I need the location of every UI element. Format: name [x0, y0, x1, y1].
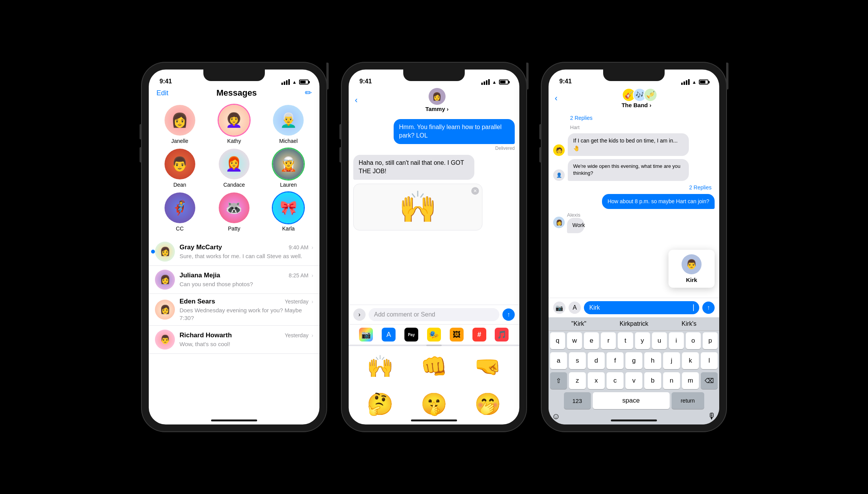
power-btn[interactable]	[326, 63, 329, 90]
kirk-input-field[interactable]: Kirk	[584, 301, 699, 314]
message-input-2[interactable]: Add comment or Send	[369, 308, 499, 321]
key-v[interactable]: v	[625, 372, 642, 389]
contact-dean[interactable]: 👨 Dean	[155, 149, 205, 188]
apps-button-3[interactable]: A	[569, 302, 581, 314]
hashtag-icon[interactable]: #	[472, 328, 486, 341]
key-x[interactable]: x	[588, 372, 605, 389]
contact-patty[interactable]: 🦝 Patty	[209, 192, 259, 232]
key-w[interactable]: w	[567, 332, 582, 349]
key-q[interactable]: q	[550, 332, 565, 349]
expand-button-2[interactable]: ›	[353, 308, 366, 321]
volume-up-btn-2[interactable]	[339, 124, 342, 139]
contact-janelle[interactable]: 👩 Janelle	[155, 105, 205, 144]
contact-lauren[interactable]: 🧝 Lauren	[264, 149, 313, 188]
edit-button[interactable]: Edit	[156, 89, 168, 97]
appstore-icon[interactable]: A	[382, 328, 396, 341]
signal-icon-3	[681, 79, 690, 85]
contact-karla[interactable]: 🎀 Karla	[264, 192, 313, 232]
key-b[interactable]: b	[644, 372, 661, 389]
memoji-sticker-5[interactable]: 🤫	[409, 387, 459, 421]
key-i[interactable]: i	[669, 332, 684, 349]
avatar-kathy: 👩‍🦱	[219, 105, 249, 136]
back-button-2[interactable]: ‹	[355, 95, 358, 105]
message-eden-sears[interactable]: 👩 Eden Sears Yesterday › Does Wednesday …	[149, 294, 319, 326]
key-t[interactable]: t	[618, 332, 633, 349]
memoji-sticker-3[interactable]: 🤜	[462, 349, 513, 384]
key-j[interactable]: j	[663, 352, 680, 369]
key-e[interactable]: e	[584, 332, 599, 349]
power-btn-3[interactable]	[726, 63, 728, 90]
key-a[interactable]: a	[550, 352, 567, 369]
volume-down-btn-2[interactable]	[339, 147, 342, 162]
key-y[interactable]: y	[635, 332, 650, 349]
contact-cc[interactable]: 🦸 CC	[155, 192, 205, 232]
key-s[interactable]: s	[569, 352, 586, 369]
mic-key[interactable]: 🎙	[708, 411, 716, 421]
key-r[interactable]: r	[601, 332, 616, 349]
photos-app-icon[interactable]: 📷	[359, 328, 373, 341]
emoji-key[interactable]: ☺	[552, 411, 560, 421]
key-c[interactable]: c	[607, 372, 624, 389]
contact-michael[interactable]: 👨‍🦳 Michael	[264, 105, 313, 144]
key-h[interactable]: h	[644, 352, 661, 369]
contact-name-cc: CC	[176, 225, 184, 232]
key-shift[interactable]: ⇧	[550, 372, 567, 389]
tammy-avatar: 👩	[429, 88, 446, 105]
autocorrect-3[interactable]: Kirk's	[682, 320, 697, 327]
message-gray-mccarty[interactable]: 👩 Gray McCarty 9:40 AM › Sure, that work…	[149, 238, 319, 266]
alexis-avatar: 👩	[553, 217, 565, 228]
key-k[interactable]: k	[682, 352, 699, 369]
home-indicator-1	[211, 419, 257, 421]
key-return[interactable]: return	[672, 392, 704, 409]
signal-icon-2	[481, 79, 490, 85]
key-d[interactable]: d	[588, 352, 605, 369]
memoji-sticker-4[interactable]: 🤔	[355, 387, 406, 421]
key-n[interactable]: n	[663, 372, 680, 389]
volume-up-btn-3[interactable]	[539, 124, 542, 139]
memoji-sticker-2[interactable]: 👊	[409, 349, 459, 384]
power-btn-2[interactable]	[526, 63, 529, 90]
back-button-3[interactable]: ‹	[555, 93, 557, 103]
key-backspace[interactable]: ⌫	[701, 372, 718, 389]
music-icon[interactable]: 🎵	[495, 328, 509, 341]
kirk-input-value: Kirk	[589, 304, 600, 311]
key-l[interactable]: l	[701, 352, 718, 369]
volume-down-btn-3[interactable]	[539, 147, 542, 162]
hart-message-group: 🧑 If I can get the kids to bed on time, …	[553, 133, 715, 156]
send-button-3[interactable]: ↑	[702, 302, 715, 314]
camera-button-3[interactable]: 📷	[553, 302, 565, 314]
volume-down-btn[interactable]	[140, 147, 142, 162]
message-richard-howarth[interactable]: 👨 Richard Howarth Yesterday › Wow, that'…	[149, 326, 319, 354]
message-juliana-mejia[interactable]: 👩 Juliana Mejia 8:25 AM › Can you send t…	[149, 266, 319, 294]
key-z[interactable]: z	[569, 372, 586, 389]
key-f[interactable]: f	[607, 352, 624, 369]
memoji-sticker-1[interactable]: 🙌	[355, 349, 406, 384]
key-numbers[interactable]: 123	[564, 392, 591, 409]
contact-candace[interactable]: 👩‍🦰 Candace	[209, 149, 259, 188]
send-button-2[interactable]: ↑	[502, 308, 515, 321]
key-space[interactable]: space	[593, 392, 670, 409]
memoji-icon[interactable]: 🎭	[427, 328, 441, 341]
autocorrect-1[interactable]: "Kirk"	[571, 320, 586, 327]
key-o[interactable]: o	[686, 332, 701, 349]
contact-name-janelle: Janelle	[171, 138, 188, 144]
message-preview-gray: Sure, that works for me. I can call Stev…	[180, 252, 313, 260]
key-u[interactable]: u	[652, 332, 667, 349]
key-p[interactable]: p	[703, 332, 718, 349]
autocorrect-2[interactable]: Kirkpatrick	[620, 320, 649, 327]
img2-icon[interactable]: 🖼	[450, 328, 464, 341]
close-memoji-button[interactable]: ✕	[471, 187, 479, 195]
applepay-icon[interactable]: Pay	[404, 328, 418, 341]
avatar-cc: 🦸	[165, 192, 195, 223]
key-m[interactable]: m	[682, 372, 699, 389]
contact-kathy[interactable]: 👩‍🦱 Kathy	[209, 105, 259, 144]
key-g[interactable]: g	[625, 352, 642, 369]
volume-up-btn[interactable]	[140, 124, 142, 139]
anon-message-group: 👤 We're wide open this evening, what tim…	[553, 159, 715, 181]
contact-name-lauren: Lauren	[280, 182, 297, 188]
compose-button[interactable]: ✏	[305, 88, 312, 98]
group-messages: 2 Replies Hart 🧑 If I can get the kids t…	[549, 111, 719, 298]
anon-avatar: 👤	[553, 169, 565, 181]
status-icons-2: ▲	[481, 79, 509, 85]
memoji-sticker-6[interactable]: 🤭	[462, 387, 513, 421]
